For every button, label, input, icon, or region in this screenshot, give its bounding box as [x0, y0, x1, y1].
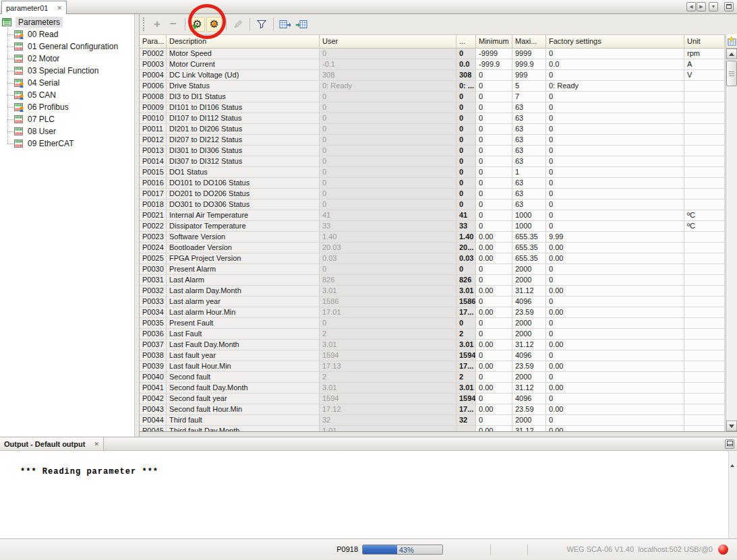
- cell-user-value[interactable]: 3.01: [320, 383, 456, 394]
- write-parameters-button[interactable]: ⚙: [206, 17, 222, 32]
- cell-user-value[interactable]: 20.03: [320, 243, 456, 253]
- tab-parameter01[interactable]: parameter01 ✕: [1, 1, 67, 14]
- table-row-p0015[interactable]: P0015DO1 Status00010: [140, 167, 725, 178]
- cell-user-value[interactable]: 17.13: [320, 361, 456, 372]
- column-header-user[interactable]: User: [320, 35, 456, 48]
- output-tab-close-icon[interactable]: ✕: [94, 441, 99, 447]
- remove-parameter-button[interactable]: −: [166, 17, 181, 32]
- filter-parameters-button[interactable]: [254, 17, 269, 32]
- cell-user-value[interactable]: 17.12: [320, 404, 456, 415]
- table-row-p0021[interactable]: P0021Internal Air Temperature4141010000º…: [140, 210, 725, 221]
- table-row-p0025[interactable]: P0025FPGA Project Version0.030.030.00655…: [140, 253, 725, 264]
- table-row-p0008[interactable]: P0008DI3 to DI1 Status00070: [140, 92, 725, 102]
- cell-user-value[interactable]: 0: [320, 189, 456, 199]
- scrollbar-thumb[interactable]: [726, 61, 737, 86]
- export-table-button[interactable]: [278, 17, 293, 32]
- table-row-p0044[interactable]: P0044Third fault3232020000: [140, 415, 725, 426]
- cell-user-value[interactable]: 32: [320, 415, 456, 426]
- output-minimize-button[interactable]: [725, 439, 734, 449]
- sidebar-item-02-motor[interactable]: 02 Motor: [0, 53, 134, 65]
- cell-user-value[interactable]: 0: [320, 113, 456, 124]
- column-chooser-button[interactable]: [726, 34, 737, 49]
- cell-user-value[interactable]: 3.01: [320, 340, 456, 350]
- scroll-tabs-left-button[interactable]: ◀: [686, 2, 696, 11]
- sidebar-item-01-general-configuration[interactable]: 01 General Configuration: [0, 40, 134, 53]
- table-row-p0014[interactable]: P0014DI307 to DI312 Status000630: [140, 156, 725, 167]
- table-row-p0016[interactable]: P0016DO101 to DO106 Status000630: [140, 178, 725, 189]
- cell-user-value[interactable]: 1594: [320, 350, 456, 361]
- cell-user-value[interactable]: 1594: [320, 394, 456, 404]
- cell-user-value[interactable]: 0: [320, 124, 456, 135]
- sidebar-item-07-plc[interactable]: 07 PLC: [0, 113, 134, 125]
- scroll-down-button[interactable]: [726, 421, 737, 431]
- column-header-description[interactable]: Description: [167, 35, 320, 48]
- cell-user-value[interactable]: 1.01: [320, 426, 456, 431]
- column-header-minimum[interactable]: Minimum: [476, 35, 512, 48]
- table-row-p0012[interactable]: P0012DI207 to DI212 Status000630: [140, 135, 725, 146]
- scroll-tabs-right-button[interactable]: ▶: [697, 2, 706, 11]
- tab-output-default[interactable]: Output - Default output ✕: [0, 437, 104, 450]
- sidebar-item-00-read[interactable]: 00 Read: [0, 28, 134, 40]
- table-row-p0030[interactable]: P0030Present Alarm00020000: [140, 264, 725, 275]
- cell-user-value[interactable]: 2: [320, 329, 456, 340]
- read-parameters-button[interactable]: ⚙: [189, 17, 205, 32]
- sidebar-item-09-ethercat[interactable]: 09 EtherCAT: [0, 137, 134, 150]
- cell-user-value[interactable]: 0: [320, 49, 456, 59]
- column-header-para[interactable]: Para...: [140, 35, 167, 48]
- scrollbar-track[interactable]: [726, 86, 737, 421]
- table-row-p0034[interactable]: P0034Last alarm Hour.Min17.0117...0.0023…: [140, 307, 725, 318]
- cell-user-value[interactable]: 0: [320, 146, 456, 156]
- cell-user-value[interactable]: 3.01: [320, 286, 456, 297]
- cell-user-value[interactable]: 1586: [320, 297, 456, 307]
- table-row-p0002[interactable]: P0002Motor Speed00-999999990rpm: [140, 49, 725, 59]
- column-header-factorysettings[interactable]: Factory settings: [546, 35, 684, 48]
- import-table-button[interactable]: [294, 17, 309, 32]
- table-row-p0013[interactable]: P0013DI301 to DI306 Status000630: [140, 146, 725, 156]
- table-row-p0042[interactable]: P0042Second fault year15941594040960: [140, 394, 725, 404]
- table-row-p0004[interactable]: P0004DC Link Voltage (Ud)30830809990V: [140, 70, 725, 81]
- table-row-p0024[interactable]: P0024Bootloader Version20.0320...0.00655…: [140, 243, 725, 253]
- column-header-[interactable]: ...: [456, 35, 476, 48]
- sidebar-item-04-serial[interactable]: 04 Serial: [0, 77, 134, 89]
- table-row-p0038[interactable]: P0038Last fault year15941594040960: [140, 350, 725, 361]
- table-row-p0032[interactable]: P0032Last alarm Day.Month3.013.010.0031.…: [140, 286, 725, 297]
- cell-user-value[interactable]: 826: [320, 275, 456, 286]
- cell-user-value[interactable]: -0.1: [320, 59, 456, 70]
- table-row-p0035[interactable]: P0035Present Fault00020000: [140, 318, 725, 329]
- cell-user-value[interactable]: 33: [320, 221, 456, 232]
- cell-user-value[interactable]: 0: [320, 92, 456, 102]
- table-row-p0039[interactable]: P0039Last fault Hour.Min17.1317...0.0023…: [140, 361, 725, 372]
- table-row-p0040[interactable]: P0040Second fault22020000: [140, 372, 725, 383]
- tab-close-icon[interactable]: ✕: [57, 5, 62, 11]
- scroll-up-button[interactable]: [726, 49, 737, 59]
- cell-user-value[interactable]: 41: [320, 210, 456, 221]
- table-row-p0022[interactable]: P0022Dissipator Temperature3333010000ºC: [140, 221, 725, 232]
- table-row-p0033[interactable]: P0033Last alarm year15861586040960: [140, 297, 725, 307]
- cell-user-value[interactable]: 0.03: [320, 253, 456, 264]
- table-row-p0045[interactable]: P0045Third fault Day.Month1.010.0031.120…: [140, 426, 725, 431]
- maximize-window-button[interactable]: [724, 2, 734, 11]
- cell-user-value[interactable]: 0: [320, 318, 456, 329]
- cell-user-value[interactable]: 0: [320, 135, 456, 146]
- sidebar-item-05-can[interactable]: 05 CAN: [0, 89, 134, 101]
- cell-user-value[interactable]: 17.01: [320, 307, 456, 318]
- cell-user-value[interactable]: 0: [320, 167, 456, 178]
- table-row-p0003[interactable]: P0003Motor Current-0.10.0-999.9999.90.0A: [140, 59, 725, 70]
- cell-user-value[interactable]: 0: [320, 156, 456, 167]
- edit-parameter-button[interactable]: [231, 17, 245, 32]
- table-row-p0041[interactable]: P0041Second fault Day.Month3.013.010.003…: [140, 383, 725, 394]
- cell-user-value[interactable]: 2: [320, 372, 456, 383]
- sidebar-item-06-profibus[interactable]: 06 Profibus: [0, 101, 134, 113]
- cell-user-value[interactable]: 0: [320, 264, 456, 275]
- cell-user-value[interactable]: 0: [320, 199, 456, 210]
- column-header-unit[interactable]: Unit: [684, 35, 725, 48]
- cell-user-value[interactable]: 308: [320, 70, 456, 81]
- tab-list-dropdown-button[interactable]: ▼: [709, 2, 718, 11]
- table-row-p0018[interactable]: P0018DO301 to DO306 Status000630: [140, 199, 725, 210]
- tree-root-parameters[interactable]: Parameters: [0, 16, 134, 28]
- table-row-p0043[interactable]: P0043Second fault Hour.Min17.1217...0.00…: [140, 404, 725, 415]
- table-row-p0037[interactable]: P0037Last Fault Day.Month3.013.010.0031.…: [140, 340, 725, 350]
- table-row-p0009[interactable]: P0009DI101 to DI106 Status000630: [140, 102, 725, 113]
- sidebar-item-03-special-function[interactable]: 03 Special Function: [0, 65, 134, 77]
- table-row-p0006[interactable]: P0006Drive Status0: Ready0: ...050: Read…: [140, 81, 725, 92]
